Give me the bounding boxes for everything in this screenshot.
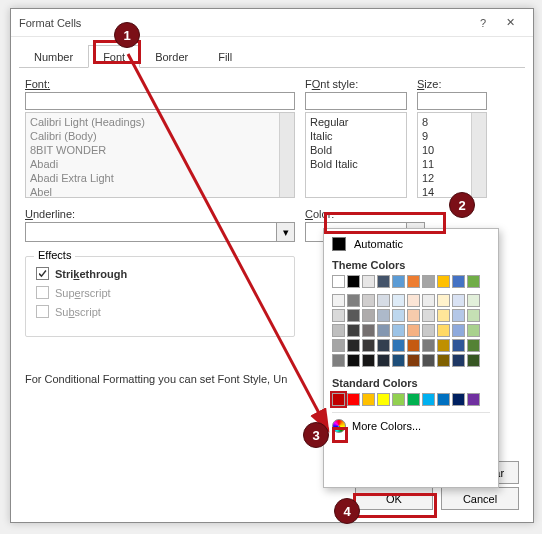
font-style-listbox[interactable]: Regular Italic Bold Bold Italic: [305, 112, 407, 198]
tab-border[interactable]: Border: [140, 45, 203, 68]
color-swatch[interactable]: [392, 275, 405, 288]
color-swatch[interactable]: [332, 275, 345, 288]
list-item[interactable]: 8BIT WONDER: [30, 143, 290, 157]
color-swatch[interactable]: [407, 324, 420, 337]
color-swatch[interactable]: [362, 339, 375, 352]
color-swatch[interactable]: [347, 275, 360, 288]
color-swatch[interactable]: [347, 309, 360, 322]
automatic-item[interactable]: Automatic: [332, 237, 490, 251]
color-swatch[interactable]: [332, 309, 345, 322]
color-swatch[interactable]: [422, 275, 435, 288]
size-listbox[interactable]: 8 9 10 11 12 14: [417, 112, 487, 198]
chevron-down-icon[interactable]: ▾: [276, 223, 294, 241]
color-swatch[interactable]: [467, 354, 480, 367]
tab-number[interactable]: Number: [19, 45, 88, 68]
list-item[interactable]: Calibri Light (Headings): [30, 115, 290, 129]
color-swatch[interactable]: [392, 294, 405, 307]
color-swatch[interactable]: [347, 339, 360, 352]
list-item[interactable]: Regular: [310, 115, 402, 129]
color-swatch[interactable]: [377, 324, 390, 337]
color-swatch[interactable]: [437, 275, 450, 288]
color-swatch[interactable]: [467, 324, 480, 337]
list-item[interactable]: Abel: [30, 185, 290, 198]
list-item[interactable]: Abadi: [30, 157, 290, 171]
color-swatch[interactable]: [437, 393, 450, 406]
color-swatch[interactable]: [332, 294, 345, 307]
color-swatch[interactable]: [422, 324, 435, 337]
color-swatch[interactable]: [362, 324, 375, 337]
color-swatch[interactable]: [362, 294, 375, 307]
strikethrough-checkbox[interactable]: Strikethrough: [36, 267, 284, 280]
size-textbox[interactable]: [417, 92, 487, 110]
color-swatch[interactable]: [362, 309, 375, 322]
help-button[interactable]: ?: [470, 13, 496, 33]
underline-combo[interactable]: ▾: [25, 222, 295, 242]
color-swatch[interactable]: [452, 354, 465, 367]
color-swatch[interactable]: [362, 275, 375, 288]
color-swatch[interactable]: [407, 294, 420, 307]
color-swatch[interactable]: [452, 294, 465, 307]
color-swatch[interactable]: [422, 393, 435, 406]
superscript-checkbox[interactable]: Superscript: [36, 286, 284, 299]
color-swatch[interactable]: [347, 324, 360, 337]
color-swatch[interactable]: [467, 275, 480, 288]
color-swatch[interactable]: [332, 339, 345, 352]
list-item[interactable]: Bold: [310, 143, 402, 157]
color-swatch[interactable]: [392, 309, 405, 322]
subscript-checkbox[interactable]: Subscript: [36, 305, 284, 318]
color-swatch[interactable]: [467, 339, 480, 352]
color-swatch[interactable]: [437, 324, 450, 337]
color-swatch[interactable]: [437, 354, 450, 367]
list-item[interactable]: Italic: [310, 129, 402, 143]
color-swatch[interactable]: [407, 309, 420, 322]
color-swatch[interactable]: [437, 339, 450, 352]
ok-button[interactable]: OK: [355, 487, 433, 510]
tab-font[interactable]: Font: [88, 45, 140, 68]
color-swatch[interactable]: [407, 275, 420, 288]
color-swatch[interactable]: [422, 354, 435, 367]
color-swatch[interactable]: [332, 354, 345, 367]
color-swatch[interactable]: [437, 294, 450, 307]
color-swatch[interactable]: [392, 339, 405, 352]
color-swatch[interactable]: [407, 354, 420, 367]
color-swatch[interactable]: [377, 309, 390, 322]
color-swatch[interactable]: [377, 275, 390, 288]
color-swatch[interactable]: [362, 354, 375, 367]
list-item[interactable]: Calibri (Body): [30, 129, 290, 143]
color-swatch[interactable]: [377, 339, 390, 352]
list-item[interactable]: Bold Italic: [310, 157, 402, 171]
color-swatch[interactable]: [407, 339, 420, 352]
color-swatch[interactable]: [422, 294, 435, 307]
close-button[interactable]: ✕: [496, 12, 525, 33]
color-swatch[interactable]: [452, 309, 465, 322]
color-swatch[interactable]: [392, 324, 405, 337]
color-swatch[interactable]: [347, 294, 360, 307]
scrollbar[interactable]: [279, 113, 294, 197]
font-textbox[interactable]: [25, 92, 295, 110]
color-swatch[interactable]: [377, 354, 390, 367]
scrollbar[interactable]: [471, 113, 486, 197]
color-swatch[interactable]: [332, 393, 345, 406]
color-swatch[interactable]: [347, 393, 360, 406]
list-item[interactable]: Abadi Extra Light: [30, 171, 290, 185]
color-swatch[interactable]: [392, 393, 405, 406]
more-colors-item[interactable]: More Colors...: [332, 412, 490, 433]
color-swatch[interactable]: [407, 393, 420, 406]
color-swatch[interactable]: [452, 324, 465, 337]
color-swatch[interactable]: [422, 339, 435, 352]
color-swatch[interactable]: [467, 393, 480, 406]
color-swatch[interactable]: [347, 354, 360, 367]
color-swatch[interactable]: [377, 294, 390, 307]
color-swatch[interactable]: [467, 309, 480, 322]
color-swatch[interactable]: [452, 339, 465, 352]
cancel-button[interactable]: Cancel: [441, 487, 519, 510]
color-swatch[interactable]: [362, 393, 375, 406]
font-listbox[interactable]: Calibri Light (Headings) Calibri (Body) …: [25, 112, 295, 198]
color-swatch[interactable]: [452, 275, 465, 288]
color-swatch[interactable]: [467, 294, 480, 307]
color-swatch[interactable]: [392, 354, 405, 367]
color-swatch[interactable]: [452, 393, 465, 406]
color-swatch[interactable]: [377, 393, 390, 406]
color-swatch[interactable]: [422, 309, 435, 322]
color-swatch[interactable]: [437, 309, 450, 322]
